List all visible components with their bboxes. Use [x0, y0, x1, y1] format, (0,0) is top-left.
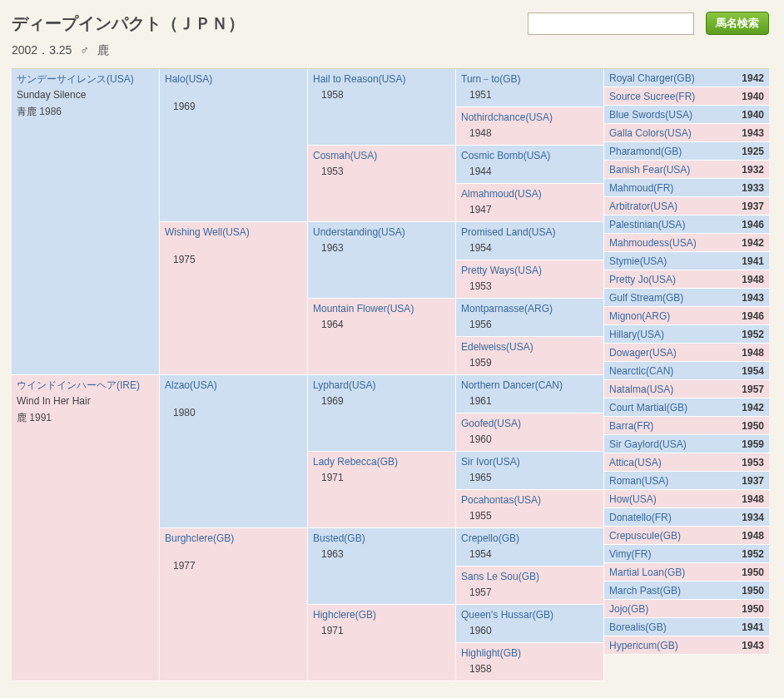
ancestor-year: 1941	[742, 255, 764, 267]
ancestor-link[interactable]: Sans Le Sou(GB)	[461, 570, 598, 584]
ancestor-link[interactable]: Almahmoud(USA)	[461, 187, 598, 201]
ancestor-link[interactable]: Hypericum(GB)	[609, 640, 678, 651]
gen5-row: Mahmoud(FR)1933	[604, 179, 769, 197]
ancestor-link[interactable]: Promised Land(USA)	[461, 225, 598, 240]
ancestor-link[interactable]: Court Martial(GB)	[609, 402, 687, 413]
ancestor-year: 1950	[742, 585, 764, 597]
ancestor-year: 1954	[461, 547, 598, 562]
ancestor-link[interactable]: Pharamond(GB)	[609, 146, 682, 157]
ancestor-link[interactable]: Roman(USA)	[609, 475, 668, 487]
header: ディープインパクト（ＪＰＮ） 馬名検索	[12, 12, 769, 38]
gen5-row: Barra(FR)1950	[604, 417, 769, 435]
ancestor-link[interactable]: Edelweiss(USA)	[461, 340, 598, 354]
search-button[interactable]: 馬名検索	[706, 12, 769, 35]
ancestor-year: 1932	[742, 164, 764, 176]
ancestor-link[interactable]: Pretty Jo(USA)	[609, 274, 676, 285]
ancestor-link[interactable]: Hail to Reason(USA)	[313, 72, 450, 87]
ancestor-link[interactable]: Pocahontas(USA)	[461, 493, 598, 507]
ancestor-link[interactable]: Galla Colors(USA)	[609, 127, 692, 139]
ancestor-link[interactable]: Lyphard(USA)	[313, 379, 450, 393]
ancestor-link[interactable]: Vimy(FR)	[609, 548, 651, 560]
ancestor-year: 1940	[742, 91, 764, 102]
ancestor-link[interactable]: Nearctic(CAN)	[609, 365, 673, 377]
ancestor-link[interactable]: Gulf Stream(GB)	[609, 292, 683, 304]
ancestor-link[interactable]: Pretty Ways(USA)	[461, 264, 598, 278]
gen4-cell: Promised Land(USA)1954	[456, 222, 604, 260]
gen2-cell: Wishing Well(USA)1975	[160, 222, 308, 375]
ancestor-link[interactable]: Crepello(GB)	[461, 532, 598, 546]
ancestor-link[interactable]: Burghclere(GB)	[165, 532, 302, 546]
ancestor-link[interactable]: Jojo(GB)	[609, 603, 648, 615]
ancestor-link[interactable]: March Past(GB)	[609, 585, 681, 597]
ancestor-link[interactable]: Sir Gaylord(USA)	[609, 438, 687, 450]
gen3-cell: Mountain Flower(USA)1964	[308, 299, 456, 375]
ancestor-link[interactable]: Attica(USA)	[609, 457, 662, 468]
ancestor-link[interactable]: Turn－to(GB)	[461, 72, 598, 87]
ancestor-link[interactable]: Understanding(USA)	[313, 225, 450, 240]
ancestor-link[interactable]: Wishing Well(USA)	[165, 225, 302, 240]
ancestor-link[interactable]: Highlight(GB)	[461, 646, 598, 661]
gen5-row: Vimy(FR)1952	[604, 545, 769, 563]
ancestor-link[interactable]: Borealis(GB)	[609, 621, 667, 633]
ancestor-link[interactable]: Source Sucree(FR)	[609, 91, 695, 102]
gen3-cell: Cosmah(USA)1953	[308, 146, 456, 222]
ancestor-link[interactable]: How(USA)	[609, 493, 657, 505]
ancestor-link[interactable]: Mountain Flower(USA)	[313, 302, 450, 316]
gen5-row: Source Sucree(FR)1940	[604, 87, 769, 106]
ancestor-link[interactable]: Stymie(USA)	[609, 255, 667, 267]
gen3-cell: Lyphard(USA)1969	[308, 375, 456, 452]
ancestor-link[interactable]: Cosmic Bomb(USA)	[461, 149, 598, 163]
gen4-cell: Almahmoud(USA)1947	[456, 184, 604, 222]
ancestor-link[interactable]: Arbitrator(USA)	[609, 200, 677, 212]
ancestor-link[interactable]: Barra(FR)	[609, 420, 653, 432]
pedigree-page: ディープインパクト（ＪＰＮ） 馬名検索 2002．3.25 ♂ 鹿 サンデーサイ…	[12, 12, 769, 681]
ancestor-link[interactable]: Goofed(USA)	[461, 417, 598, 431]
ancestor-link[interactable]: Blue Swords(USA)	[609, 109, 692, 121]
ancestor-link[interactable]: Montparnasse(ARG)	[461, 302, 598, 316]
ancestor-link[interactable]: Cosmah(USA)	[313, 149, 450, 163]
ancestor-link[interactable]: Martial Loan(GB)	[609, 567, 685, 578]
ancestor-link[interactable]: Northern Dancer(CAN)	[461, 379, 598, 393]
ancestor-link[interactable]: Highclere(GB)	[313, 608, 450, 622]
ancestor-year: 1960	[461, 433, 598, 447]
gen5-row: Banish Fear(USA)1932	[604, 161, 769, 179]
ancestor-year: 1959	[461, 356, 598, 370]
ancestor-link[interactable]: Lady Rebecca(GB)	[313, 455, 450, 469]
ancestor-link[interactable]: Queen's Hussar(GB)	[461, 608, 598, 622]
ancestor-year: 1969	[313, 394, 450, 408]
ancestor-link[interactable]: Nothirdchance(USA)	[461, 111, 598, 125]
gen4-cell: Nothirdchance(USA)1948	[456, 107, 604, 146]
ancestor-year: 1943	[742, 640, 764, 651]
gen3-cell: Hail to Reason(USA)1958	[308, 69, 456, 146]
search-input[interactable]	[528, 12, 694, 35]
ancestor-year: 1963	[313, 241, 450, 255]
ancestor-link[interactable]: Busted(GB)	[313, 532, 450, 546]
ancestor-year: 1953	[461, 280, 598, 294]
ancestor-year: 1948	[742, 493, 764, 505]
ancestor-year: 1963	[313, 547, 450, 562]
ancestor-link[interactable]: サンデーサイレンス(USA)	[17, 72, 154, 87]
ancestor-link[interactable]: Crepuscule(GB)	[609, 530, 681, 542]
gen4-cell: Queen's Hussar(GB)1960	[456, 605, 604, 643]
ancestor-link[interactable]: Dowager(USA)	[609, 347, 677, 359]
ancestor-year: 1953	[742, 457, 764, 468]
ancestor-link[interactable]: Halo(USA)	[165, 72, 302, 87]
ancestor-year: 1937	[742, 200, 764, 212]
ancestor-link[interactable]: Royal Charger(GB)	[609, 72, 695, 84]
ancestor-link[interactable]: Natalma(USA)	[609, 384, 673, 395]
ancestor-year: 1971	[313, 624, 450, 638]
ancestor-link[interactable]: ウインドインハーヘア(IRE)	[17, 379, 154, 393]
ancestor-link[interactable]: Mahmoud(FR)	[609, 182, 673, 194]
ancestor-year: 1959	[742, 438, 764, 450]
gen5-row: Gulf Stream(GB)1943	[604, 289, 769, 307]
gen4-cell: Northern Dancer(CAN)1961	[456, 375, 604, 413]
ancestor-link[interactable]: Mahmoudess(USA)	[609, 237, 697, 249]
gen5-row: Court Martial(GB)1942	[604, 399, 769, 417]
ancestor-link[interactable]: Palestinian(USA)	[609, 219, 685, 230]
ancestor-link[interactable]: Mignon(ARG)	[609, 310, 670, 322]
ancestor-link[interactable]: Donatello(FR)	[609, 512, 672, 523]
ancestor-link[interactable]: Hillary(USA)	[609, 329, 664, 340]
ancestor-link[interactable]: Banish Fear(USA)	[609, 164, 690, 176]
ancestor-link[interactable]: Alzao(USA)	[165, 379, 302, 393]
ancestor-link[interactable]: Sir Ivor(USA)	[461, 455, 598, 469]
